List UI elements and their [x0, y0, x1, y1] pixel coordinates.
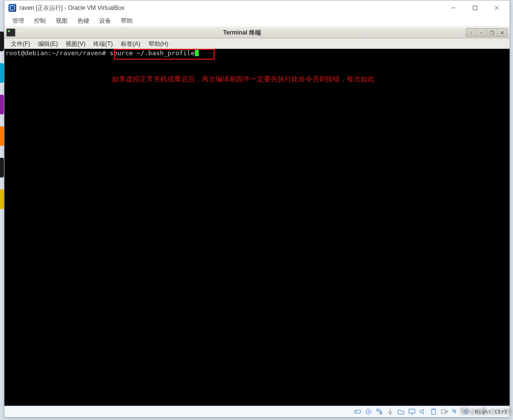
terminal-title-text: Terminal 终端 — [18, 29, 466, 37]
vbox-menu-view[interactable]: 视图 — [52, 16, 72, 26]
svg-point-2 — [356, 411, 357, 412]
svg-point-7 — [389, 414, 391, 415]
highlight-rectangle — [114, 49, 215, 60]
term-menu-file[interactable]: 文件(F) — [7, 39, 34, 49]
optical-icon[interactable] — [365, 408, 372, 416]
vbox-menu-devices[interactable]: 设备 — [95, 16, 115, 26]
virtualbox-window: raven [正在运行] - Oracle VM VirtualBox 管理 控… — [4, 0, 510, 418]
display-icon[interactable] — [408, 408, 416, 416]
svg-rect-1 — [355, 410, 361, 413]
terminal-window-controls: ↑ − ❐ ✕ — [466, 28, 508, 37]
window-close-button[interactable] — [486, 1, 508, 15]
term-menu-view[interactable]: 视图(V) — [62, 39, 89, 49]
terminal-content[interactable]: root@debian:~/raven/raven# source ~/.bas… — [4, 49, 510, 405]
svg-rect-5 — [377, 409, 379, 411]
svg-rect-10 — [433, 409, 435, 410]
watermark-text: Moz8.com — [460, 406, 512, 417]
shared-folder-icon[interactable] — [397, 408, 405, 416]
svg-point-4 — [367, 411, 369, 413]
virtualbox-title-text: raven [正在运行] - Oracle VM VirtualBox — [19, 4, 442, 12]
audio-icon[interactable] — [419, 408, 427, 416]
network-icon[interactable] — [375, 408, 383, 416]
annotation-text: 如果虚拟正常关机或重启后，再次编译刷固件一定要先执行此命令否则报错，每次如此 — [112, 75, 374, 83]
vbox-menu-control[interactable]: 控制 — [30, 16, 50, 26]
term-menu-terminal[interactable]: 终端(T) — [90, 39, 116, 49]
mouse-capture-icon[interactable] — [451, 408, 459, 416]
shell-prompt: root@debian:~/raven/raven# — [5, 49, 110, 57]
term-menu-edit[interactable]: 编辑(E) — [35, 39, 61, 49]
window-maximize-button[interactable] — [464, 1, 486, 15]
usb-icon[interactable] — [386, 408, 394, 416]
record-icon[interactable] — [440, 408, 448, 416]
terminal-titlebar[interactable]: Terminal 终端 ↑ − ❐ ✕ — [4, 27, 510, 38]
guest-desktop: Terminal 终端 ↑ − ❐ ✕ 文件(F) 编辑(E) 视图(V) 终端… — [4, 27, 510, 406]
hdd-icon[interactable] — [354, 408, 362, 416]
svg-rect-0 — [473, 6, 477, 10]
shell-line[interactable]: root@debian:~/raven/raven# source ~/.bas… — [4, 49, 510, 57]
terminal-close-button[interactable]: ✕ — [497, 29, 507, 36]
term-menu-help[interactable]: 帮助(H) — [145, 39, 172, 49]
terminal-maximize-button[interactable]: ❐ — [487, 29, 497, 36]
term-menu-tabs[interactable]: 标签(A) — [117, 39, 144, 49]
vbox-menu-help[interactable]: 帮助 — [117, 16, 137, 26]
vbox-menu-manage[interactable]: 管理 — [8, 16, 28, 26]
clipboard-icon[interactable] — [430, 408, 438, 416]
terminal-menubar[interactable]: 文件(F) 编辑(E) 视图(V) 终端(T) 标签(A) 帮助(H) — [4, 38, 510, 50]
virtualbox-statusbar: Right Ctrl — [4, 406, 510, 417]
virtualbox-icon — [8, 4, 16, 12]
terminal-minimize-button[interactable]: − — [476, 29, 487, 36]
virtualbox-titlebar[interactable]: raven [正在运行] - Oracle VM VirtualBox — [4, 0, 510, 15]
vbox-menu-hotkey[interactable]: 热键 — [73, 16, 93, 26]
terminal-rollup-button[interactable]: ↑ — [466, 29, 476, 36]
svg-rect-11 — [441, 410, 445, 414]
host-desktop-left-strip — [0, 20, 4, 420]
terminal-window: Terminal 终端 ↑ − ❐ ✕ 文件(F) 编辑(E) 视图(V) 终端… — [4, 27, 510, 405]
terminal-icon — [6, 29, 15, 36]
svg-rect-8 — [409, 409, 415, 413]
window-minimize-button[interactable] — [442, 1, 464, 15]
svg-rect-9 — [432, 409, 436, 414]
virtualbox-menubar[interactable]: 管理 控制 视图 热键 设备 帮助 — [4, 15, 510, 27]
